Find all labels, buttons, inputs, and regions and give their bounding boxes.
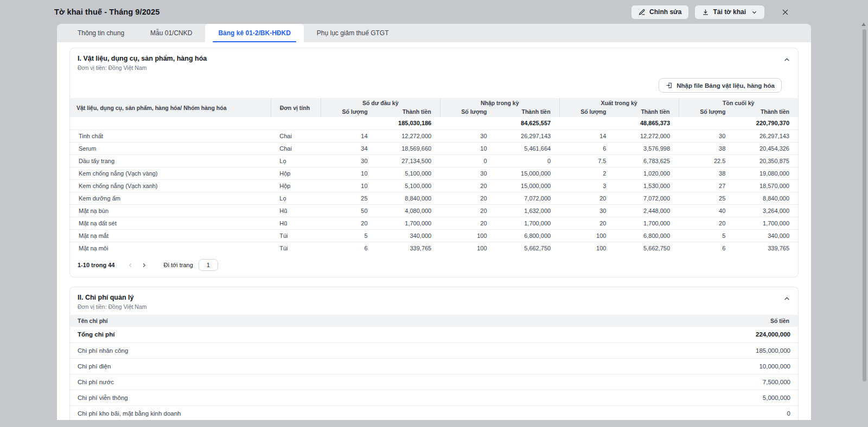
item-name: Kem chống nắng (Vạch xanh): [70, 179, 271, 192]
item-value: 2,448,000: [615, 204, 679, 217]
item-value: 27,134,500: [376, 154, 441, 167]
item-value: 6,800,000: [615, 229, 679, 242]
item-value: 5,100,000: [376, 167, 441, 179]
item-unit: Chai: [271, 142, 321, 154]
item-unit: Túi: [271, 242, 321, 254]
col-subheader-amount: Thành tiền: [496, 108, 560, 117]
item-value: 1,700,000: [496, 217, 560, 229]
item-value: 2: [559, 167, 615, 179]
item-unit: Lọ: [271, 192, 321, 204]
tab-strip: Thông tin chung Mẫu 01/CNKD Bảng kê 01-2…: [57, 24, 811, 42]
scrollbar-up-arrow-icon[interactable]: [861, 23, 866, 26]
import-materials-file-button[interactable]: Nhập file Bảng vật liệu, hàng hóa: [659, 78, 782, 93]
item-value: 4,080,000: [376, 204, 441, 217]
item-value: 20: [321, 217, 376, 229]
chevron-down-icon: [751, 9, 757, 15]
edit-button[interactable]: Chỉnh sửa: [631, 5, 689, 20]
tab-thong-tin-chung[interactable]: Thông tin chung: [65, 24, 137, 42]
item-value: 30: [559, 204, 615, 217]
tab-bang-ke-01-2[interactable]: Bảng kê 01-2/BK-HĐKD: [205, 24, 303, 42]
item-value: 6: [321, 242, 376, 254]
download-icon: [702, 9, 709, 16]
import-file-icon: [666, 82, 673, 89]
item-value: 3,576,998: [615, 142, 679, 154]
item-value: 26,297,143: [734, 130, 798, 142]
col-subheader-qty: Số lượng: [440, 108, 495, 117]
expense-name: Chi phí nhân công: [70, 342, 583, 358]
item-value: 0: [496, 154, 560, 167]
item-value: 5: [321, 229, 376, 242]
item-value: 5,662,750: [496, 242, 560, 254]
item-value: 100: [559, 229, 615, 242]
item-value: 5,100,000: [376, 179, 441, 192]
item-value: 3: [559, 179, 615, 192]
item-value: 14: [559, 130, 615, 142]
download-button-label: Tải tờ khai: [713, 8, 746, 16]
expense-amount: 0: [583, 405, 798, 420]
item-value: 0: [440, 154, 495, 167]
item-name: Kem dưỡng ẩm: [70, 192, 271, 204]
download-declaration-button[interactable]: Tải tờ khai: [694, 5, 765, 20]
col-subheader-amount: Thành tiền: [376, 108, 441, 117]
item-value: 18,570,000: [734, 179, 798, 192]
item-value: 38: [679, 167, 734, 179]
item-value: 100: [440, 242, 495, 254]
item-value: 27: [679, 179, 734, 192]
tab-mau-01-cnkd[interactable]: Mẫu 01/CNKD: [137, 24, 205, 42]
item-value: 20,454,326: [734, 142, 798, 154]
material-row: Mặt nạ mắtTúi5340,0001006,800,0001006,80…: [70, 229, 798, 242]
section1-currency-note: Đơn vị tiền: Đồng Việt Nam: [78, 64, 207, 71]
item-value: 1,700,000: [734, 217, 798, 229]
item-value: 5: [679, 229, 734, 242]
expense-row: Chi phí điện10,000,000: [70, 358, 798, 374]
material-row: SerumChai3418,569,660105,461,66463,576,9…: [70, 142, 798, 154]
item-value: 1,632,000: [496, 204, 560, 217]
item-value: 1,530,000: [615, 179, 679, 192]
goto-page-label: Đi tới trang: [163, 262, 193, 268]
collapse-section1-button[interactable]: [783, 55, 790, 63]
material-row: Kem dưỡng ẩmLọ258,840,000207,072,000207,…: [70, 192, 798, 204]
item-value: 8,840,000: [734, 192, 798, 204]
item-name: Mặt nạ đất sét: [70, 217, 271, 229]
item-value: 30: [440, 167, 495, 179]
item-unit: Hộp: [271, 167, 321, 179]
item-value: 38: [679, 142, 734, 154]
expense-amount: 10,000,000: [583, 358, 798, 374]
item-value: 12,272,000: [615, 130, 679, 142]
page-title: Tờ khai thuế - Tháng 9/2025: [54, 8, 159, 16]
item-value: 20: [440, 217, 495, 229]
goto-page-input[interactable]: [199, 259, 218, 271]
item-name: Kem chống nắng (Vạch vàng): [70, 167, 271, 179]
item-value: 1,700,000: [376, 217, 441, 229]
total-closing-amount: 220,790,370: [734, 117, 798, 130]
expense-amount: 185,000,000: [583, 342, 798, 358]
pagination-range: 1-10 trong 44: [78, 262, 114, 268]
section-materials-card: I. Vật liệu, dụng cụ, sản phẩm, hàng hóa…: [69, 48, 799, 277]
expense-name: Chi phí điện: [70, 358, 583, 374]
pagination: 1-10 trong 44 Đi tới trang: [70, 254, 798, 277]
close-icon[interactable]: [779, 6, 791, 18]
item-unit: Lọ: [271, 154, 321, 167]
chevron-left-icon[interactable]: [127, 262, 133, 268]
col-subheader-qty: Số lượng: [679, 108, 734, 117]
content-panel: I. Vật liệu, dụng cụ, sản phẩm, hàng hóa…: [57, 42, 811, 420]
item-value: 6,800,000: [496, 229, 560, 242]
item-value: 12,272,000: [376, 130, 441, 142]
vertical-scrollbar[interactable]: [863, 29, 866, 381]
chevron-right-icon[interactable]: [141, 262, 147, 268]
expense-row: Chi phí kho bãi, mặt bằng kinh doanh0: [70, 405, 798, 420]
item-value: 30: [440, 130, 495, 142]
collapse-section2-button[interactable]: [783, 294, 790, 302]
item-value: 3,264,000: [734, 204, 798, 217]
material-row: Kem chống nắng (Vạch xanh)Hộp105,100,000…: [70, 179, 798, 192]
material-row: Mặt nạ bùnHũ504,080,000201,632,000302,44…: [70, 204, 798, 217]
item-value: 100: [440, 229, 495, 242]
item-value: 26,297,143: [496, 130, 560, 142]
col-group-opening: Số dư đầu kỳ: [321, 98, 440, 108]
item-name: Tinh chất: [70, 130, 271, 142]
col-group-in: Nhập trong kỳ: [440, 98, 559, 108]
expense-amount: 7,500,000: [583, 374, 798, 390]
tab-phu-luc-giam-thue[interactable]: Phụ lục giảm thuế GTGT: [304, 24, 402, 42]
item-value: 7,072,000: [496, 192, 560, 204]
item-value: 20: [559, 192, 615, 204]
